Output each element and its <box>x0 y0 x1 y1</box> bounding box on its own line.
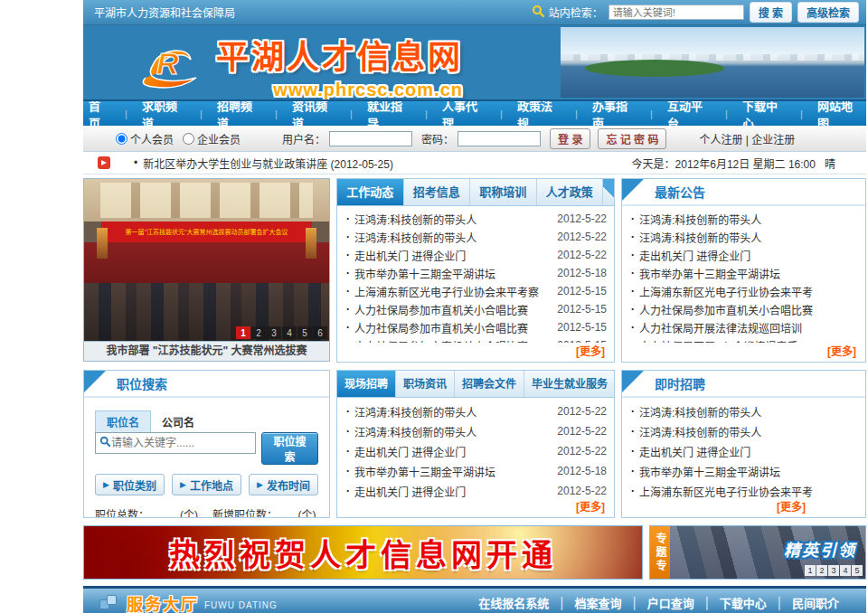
nav-item-jobseeker[interactable]: 求职频道 <box>137 97 191 131</box>
username-field[interactable] <box>329 131 412 146</box>
news-item[interactable]: ·上海浦东新区光电子行业协会来平考察2012-5-15 <box>344 282 607 300</box>
recruit-more-link[interactable]: [更多] <box>337 498 614 517</box>
personal-member-radio[interactable] <box>116 133 127 145</box>
news-item[interactable]: ·人力社保局参加市直机关小合唱比赛2012-5-15 <box>344 336 607 343</box>
recruit-item[interactable]: ·我市举办第十三期金平湖讲坛2012-5-18 <box>344 461 607 481</box>
site-search-input[interactable] <box>609 5 744 20</box>
company-member-radio[interactable] <box>183 133 194 145</box>
item-bullet: · <box>631 405 635 418</box>
nav-item-recruit[interactable]: 招聘频道 <box>212 97 266 131</box>
recruit-item[interactable]: ·汪鸿涛:科技创新的带头人2012-5-22 <box>344 421 607 441</box>
nav-item-news[interactable]: 资讯频道 <box>287 97 341 131</box>
announcements-more-link[interactable]: [更多] <box>622 343 865 362</box>
news-item[interactable]: ·我市举办第十三期金平湖讲坛2012-5-18 <box>344 264 607 282</box>
announcement-item[interactable]: ·我市举办第十三期金平湖讲坛 <box>629 264 858 282</box>
tab-title-training[interactable]: 职称培训 <box>470 179 537 205</box>
item-bullet: · <box>346 231 350 243</box>
footer-link-private-agency[interactable]: 民间职介 <box>792 594 839 611</box>
filter-job-category[interactable]: ▶职位类别 <box>95 474 165 495</box>
nav-item-interactive[interactable]: 互动平台 <box>662 97 716 131</box>
announcements-title: 最新公告 <box>655 179 865 206</box>
tab-talent-policy[interactable]: 人才政策 <box>537 179 604 205</box>
recruit-item[interactable]: ·汪鸿涛:科技创新的带头人2012-5-22 <box>344 401 607 421</box>
keyword-input[interactable] <box>111 437 251 449</box>
filter-publish-time[interactable]: ▶发布时间 <box>249 474 318 495</box>
slideshow-page-5[interactable]: 5 <box>297 326 312 339</box>
photo-slideshow[interactable]: 第一届"江苏技能状元"大赛常州选拔赛动员部署会扩大会议 1 2 3 4 5 6 <box>83 178 330 342</box>
announcement-item[interactable]: ·上海浦东新区光电子行业协会来平考 <box>629 282 858 300</box>
date-text: 今天是：2012年6月12日 星期二 16:00 <box>632 158 816 171</box>
site-logo[interactable]: R 平湖人才信息网 www.phrcsc.com.cn <box>133 31 463 100</box>
nav-item-service-guide[interactable]: 办事指南 <box>587 97 641 131</box>
instant-item[interactable]: ·我市举办第十三期金平湖讲坛 <box>629 461 858 481</box>
recruit-item[interactable]: ·走出机关门 进得企业门2012-5-22 <box>344 441 607 461</box>
tab-jobfair-files[interactable]: 招聘会文件 <box>455 371 524 397</box>
footer-link-online-signup[interactable]: 在线报名系统 <box>478 594 549 611</box>
stat-label: 新增职位数： <box>212 506 296 518</box>
side-page-4[interactable]: 4 <box>840 565 851 576</box>
news-item[interactable]: ·走出机关门 进得企业门2012-5-22 <box>344 246 607 264</box>
tab-graduate-service[interactable]: 毕业生就业服务 <box>524 371 615 397</box>
nav-item-sitemap[interactable]: 网站地图 <box>812 97 866 131</box>
password-field[interactable] <box>458 131 541 146</box>
side-page-2[interactable]: 2 <box>816 565 827 576</box>
announcement-item[interactable]: ·走出机关门 进得企业门 <box>629 246 858 264</box>
slideshow-page-4[interactable]: 4 <box>282 326 297 339</box>
login-button[interactable]: 登 录 <box>550 128 590 149</box>
tab-position-name[interactable]: 职位名 <box>95 410 151 432</box>
celebration-banner[interactable]: 热烈祝贺人才信息网开通 <box>83 525 643 580</box>
news-panel: 工作动态 招考信息 职称培训 人才政策 ·汪鸿涛:科技创新的带头人2012-5-… <box>336 178 615 363</box>
tab-onsite-recruit[interactable]: 现场招聘 <box>337 371 396 397</box>
news-item[interactable]: ·人力社保局参加市直机关小合唱比赛2012-5-15 <box>344 318 607 336</box>
instant-title: 即时招聘 <box>655 371 865 398</box>
tab-work-news[interactable]: 工作动态 <box>337 179 404 205</box>
job-search-button[interactable]: 职位搜索 <box>261 432 318 465</box>
instant-item[interactable]: ·汪鸿涛:科技创新的带头人 <box>629 401 858 421</box>
footer-link-hukou-query[interactable]: 户口查询 <box>647 594 694 611</box>
instant-item[interactable]: ·走出机关门 进得企业门 <box>629 441 858 461</box>
news-more-link[interactable]: [更多] <box>337 343 614 362</box>
side-page-1[interactable]: 1 <box>805 565 816 576</box>
personal-member-label[interactable]: 个人会员 <box>130 131 174 146</box>
announcement-item[interactable]: ·汪鸿涛:科技创新的带头人 <box>629 228 858 246</box>
main-nav: 首页| 求职频道| 招聘频道| 资讯频道| 就业指导| 人事代理| 政策法规| … <box>83 101 866 126</box>
news-item[interactable]: ·人力社保局参加市直机关小合唱比赛2012-5-15 <box>344 300 607 318</box>
news-item[interactable]: ·汪鸿涛:科技创新的带头人2012-5-22 <box>344 210 607 228</box>
forgot-password-button[interactable]: 忘 记 密 码 <box>598 128 666 149</box>
instant-item[interactable]: ·汪鸿涛:科技创新的带头人 <box>629 421 858 441</box>
instant-item[interactable]: ·上海浦东新区光电子行业协会来平考 <box>629 481 858 498</box>
nav-item-policy[interactable]: 政策法规 <box>512 97 566 131</box>
nav-item-home[interactable]: 首页 <box>83 97 116 131</box>
slideshow-caption[interactable]: 我市部署 "江苏技能状元" 大赛常州选拔赛 <box>83 342 330 362</box>
personal-register-link[interactable]: 个人注册 <box>699 134 742 146</box>
footer-link-archive-query[interactable]: 档案查询 <box>574 594 621 611</box>
instant-more-link[interactable]: [更多] <box>622 498 865 517</box>
slideshow-page-1[interactable]: 1 <box>236 326 250 339</box>
ticker-headline[interactable]: 新北区举办大学生创业与就业政策讲座 (2012-05-25) <box>143 156 393 171</box>
side-page-3[interactable]: 3 <box>828 565 839 576</box>
announcement-item[interactable]: ·汪鸿涛:科技创新的带头人 <box>629 210 858 228</box>
slideshow-page-2[interactable]: 2 <box>251 326 266 339</box>
photo-ceiling <box>84 179 329 222</box>
company-member-label[interactable]: 企业会员 <box>197 131 241 146</box>
company-register-link[interactable]: 企业注册 <box>751 134 795 146</box>
site-search-button[interactable]: 搜 索 <box>750 2 792 23</box>
advanced-search-button[interactable]: 高级检索 <box>797 2 859 23</box>
announcement-item[interactable]: ·人力社保局开展 "入企锻炼提素质" <box>629 336 858 343</box>
tab-company-name[interactable]: 公司名 <box>151 411 205 432</box>
announcement-item[interactable]: ·人力社保局开展法律法规巡回培训 <box>629 318 858 336</box>
tab-career-news[interactable]: 职场资讯 <box>396 371 455 397</box>
recruit-item[interactable]: ·走出机关门 进得企业门2012-5-22 <box>344 481 607 498</box>
slideshow-page-3[interactable]: 3 <box>267 326 281 339</box>
slideshow-page-6[interactable]: 6 <box>313 326 327 339</box>
nav-item-download[interactable]: 下载中心 <box>737 97 791 131</box>
side-page-5[interactable]: 5 <box>852 565 863 576</box>
elite-photo[interactable]: 精英引领 1 2 3 4 5 <box>670 526 865 579</box>
news-item[interactable]: ·汪鸿涛:科技创新的带头人2012-5-22 <box>344 228 607 246</box>
footer-link-download[interactable]: 下载中心 <box>720 594 767 611</box>
tab-exam-info[interactable]: 招考信息 <box>404 179 471 205</box>
announcement-item[interactable]: ·人力社保局参加市直机关小合唱比赛 <box>629 300 858 318</box>
nav-item-hr-agency[interactable]: 人事代理 <box>437 97 491 131</box>
nav-item-guidance[interactable]: 就业指导 <box>362 97 416 131</box>
filter-work-location[interactable]: ▶工作地点 <box>172 474 241 495</box>
